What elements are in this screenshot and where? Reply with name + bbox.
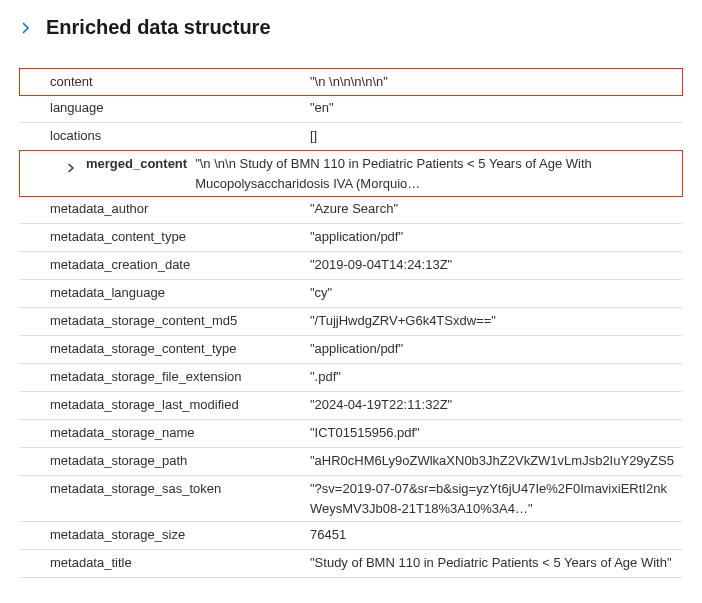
property-key-label: metadata_storage_size <box>50 525 185 545</box>
property-value: "en" <box>310 98 682 118</box>
property-value: "2024-04-19T22:11:32Z" <box>310 395 682 415</box>
property-row: metadata_storage_size76451 <box>20 522 682 550</box>
property-row: content"\n \n\n\n\n\n" <box>19 68 683 96</box>
property-key: locations <box>20 126 310 146</box>
property-key: metadata_language <box>20 283 310 303</box>
property-row: metadata_storage_content_md5"/TujjHwdgZR… <box>20 308 682 336</box>
property-value: "\n \n\n\n\n\n" <box>310 72 682 92</box>
property-value: 76451 <box>310 525 682 545</box>
property-key-label: metadata_storage_file_extension <box>50 367 242 387</box>
property-key-label: metadata_storage_content_md5 <box>50 311 237 331</box>
property-row: metadata_storage_path"aHR0cHM6Ly9oZWlkaX… <box>20 448 682 476</box>
chevron-right-icon <box>20 22 32 34</box>
property-key-label: metadata_author <box>50 199 148 219</box>
property-value: "/TujjHwdgZRV+G6k4TSxdw==" <box>310 311 682 331</box>
property-key-label: content <box>50 72 93 92</box>
property-key-label: metadata_storage_name <box>50 423 195 443</box>
chevron-right-icon[interactable] <box>66 159 76 169</box>
property-row[interactable]: merged_content"\n \n\n Study of BMN 110 … <box>19 150 683 197</box>
property-key-label: locations <box>50 126 101 146</box>
property-key-label: metadata_content_type <box>50 227 186 247</box>
property-value: "Azure Search" <box>310 199 682 219</box>
property-key: metadata_storage_path <box>20 451 310 471</box>
property-row: metadata_title"Study of BMN 110 in Pedia… <box>20 550 682 578</box>
property-value: "?sv=2019-07-07&sr=b&sig=yzYt6jU47Ie%2F0… <box>310 479 682 519</box>
property-row: metadata_language"cy" <box>20 280 682 308</box>
property-key: content <box>20 72 310 92</box>
property-value: [] <box>310 126 682 146</box>
property-value: "Study of BMN 110 in Pediatric Patients … <box>310 553 682 573</box>
property-value: "aHR0cHM6Ly9oZWlkaXN0b3JhZ2VkZW1vLmJsb2I… <box>310 451 682 471</box>
property-key: metadata_title <box>20 553 310 573</box>
property-key-label: language <box>50 98 104 118</box>
property-value: "cy" <box>310 283 682 303</box>
property-key: metadata_author <box>20 199 310 219</box>
property-key: merged_content <box>20 154 195 174</box>
property-row: metadata_storage_file_extension".pdf" <box>20 364 682 392</box>
property-key: metadata_storage_size <box>20 525 310 545</box>
property-key-label: metadata_storage_sas_token <box>50 479 221 499</box>
property-key-label: metadata_storage_content_type <box>50 339 236 359</box>
property-key: metadata_storage_last_modified <box>20 395 310 415</box>
property-value: ".pdf" <box>310 367 682 387</box>
property-key: language <box>20 98 310 118</box>
property-row: metadata_storage_name"ICT01515956.pdf" <box>20 420 682 448</box>
property-row: metadata_storage_content_type"applicatio… <box>20 336 682 364</box>
property-row: metadata_content_type"application/pdf" <box>20 224 682 252</box>
property-row: locations[] <box>20 123 682 151</box>
property-key: metadata_content_type <box>20 227 310 247</box>
property-key: metadata_storage_content_md5 <box>20 311 310 331</box>
property-key: metadata_storage_file_extension <box>20 367 310 387</box>
property-key-label: merged_content <box>86 154 187 174</box>
property-value: "application/pdf" <box>310 227 682 247</box>
property-key-label: metadata_storage_path <box>50 451 187 471</box>
property-key-label: metadata_storage_last_modified <box>50 395 239 415</box>
property-key: metadata_storage_sas_token <box>20 479 310 499</box>
property-value: "\n \n\n Study of BMN 110 in Pediatric P… <box>195 154 682 194</box>
section-header[interactable]: Enriched data structure <box>20 16 682 39</box>
property-row: metadata_storage_sas_token"?sv=2019-07-0… <box>20 476 682 522</box>
property-value: "2019-09-04T14:24:13Z" <box>310 255 682 275</box>
property-key: metadata_creation_date <box>20 255 310 275</box>
property-key: metadata_storage_name <box>20 423 310 443</box>
property-row: metadata_author"Azure Search" <box>20 196 682 224</box>
property-row: metadata_creation_date"2019-09-04T14:24:… <box>20 252 682 280</box>
property-key-label: metadata_title <box>50 553 132 573</box>
property-key-label: metadata_creation_date <box>50 255 190 275</box>
property-value: "application/pdf" <box>310 339 682 359</box>
property-key: metadata_storage_content_type <box>20 339 310 359</box>
property-row: metadata_storage_last_modified"2024-04-1… <box>20 392 682 420</box>
property-key-label: metadata_language <box>50 283 165 303</box>
property-value: "ICT01515956.pdf" <box>310 423 682 443</box>
property-table: content"\n \n\n\n\n\n"language"en"locati… <box>20 68 682 578</box>
section-title: Enriched data structure <box>46 16 271 39</box>
property-row: language"en" <box>20 95 682 123</box>
